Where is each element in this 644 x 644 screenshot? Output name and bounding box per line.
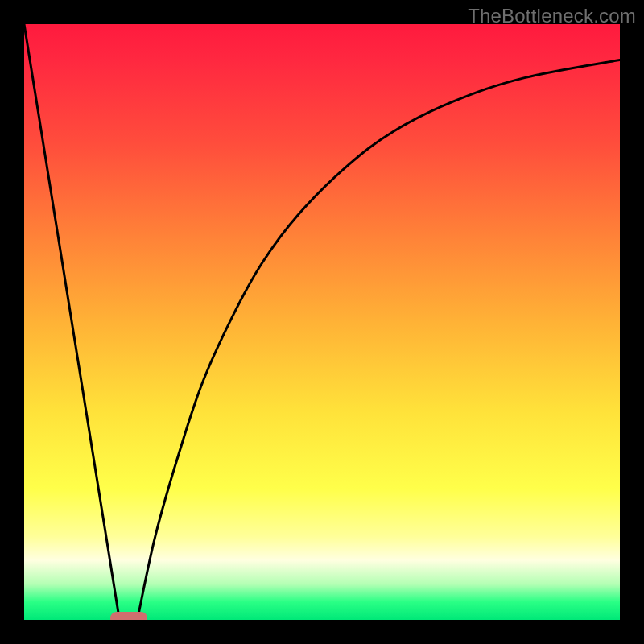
left-slope-line [24, 24, 119, 620]
optimal-marker [110, 612, 147, 620]
plot-area [24, 24, 620, 620]
watermark-text: TheBottleneck.com [468, 5, 636, 27]
right-curve-line [138, 60, 620, 620]
chart-frame: TheBottleneck.com [0, 0, 644, 644]
curve-layer [24, 24, 620, 620]
